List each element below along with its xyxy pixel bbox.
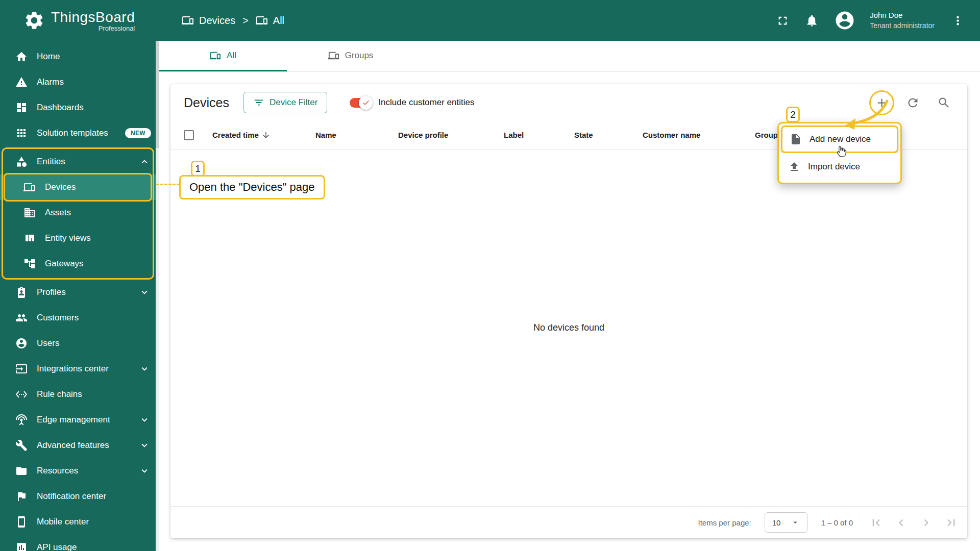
user-menu-button[interactable] (947, 10, 969, 32)
include-customer-entities-toggle[interactable]: Include customer entities (350, 97, 474, 108)
sidebar-item-profiles[interactable]: Profiles (0, 280, 159, 305)
fullscreen-button[interactable] (772, 10, 794, 32)
paginator: Items per page: 10 1 – 0 of 0 (170, 506, 967, 538)
sidebar-item-users[interactable]: Users (0, 331, 159, 356)
sidebar-item-gateways[interactable]: Gateways (0, 251, 159, 277)
annotation-step1-label: Open the "Devices" page (179, 175, 325, 199)
chevron-down-icon[interactable] (139, 287, 150, 298)
tab-groups[interactable]: Groups (287, 41, 414, 71)
chevron-down-icon[interactable] (139, 363, 150, 374)
user-avatar-button[interactable] (830, 6, 860, 35)
last-page-button[interactable] (941, 513, 961, 533)
sidebar-item-alarms[interactable]: Alarms (0, 69, 159, 95)
breadcrumb-devices-label: Devices (199, 15, 235, 27)
column-header-device-profile[interactable]: Device profile (398, 131, 504, 139)
column-header-label[interactable]: Label (504, 131, 574, 139)
chevron-up-icon[interactable] (139, 156, 150, 167)
chevron-down-icon[interactable] (139, 465, 150, 477)
chevron-down-icon[interactable] (139, 414, 150, 425)
sidebar-item-label: Solution templates (37, 128, 108, 138)
sidebar-item-resources[interactable]: Resources (0, 458, 159, 484)
breadcrumb-all[interactable]: All (256, 14, 284, 27)
column-header-customer-name[interactable]: Customer name (643, 131, 755, 139)
search-button[interactable] (934, 93, 954, 113)
breadcrumb-all-label: All (273, 15, 284, 27)
notifications-button[interactable] (801, 10, 823, 32)
menu-item-add-new-device[interactable]: Add new device (781, 126, 898, 153)
plus-icon (875, 96, 889, 110)
table-body: No devices found (170, 149, 967, 506)
sidebar-item-integrations-center[interactable]: Integrations center (0, 356, 159, 382)
column-label: Customer name (643, 131, 700, 139)
add-entity-wrap (872, 93, 892, 113)
folder-icon (15, 465, 28, 477)
previous-page-button[interactable] (891, 513, 911, 533)
breadcrumb-devices[interactable]: Devices (182, 14, 235, 27)
toggle-knob (359, 96, 373, 110)
column-header-state[interactable]: State (574, 131, 643, 139)
sidebar-item-entities[interactable]: Entities (0, 149, 159, 174)
sidebar-item-home[interactable]: Home (0, 44, 159, 69)
sidebar-item-devices[interactable]: Devices (0, 174, 159, 200)
sidebar-item-label: Mobile center (37, 517, 89, 527)
sidebar-item-label: Gateways (45, 259, 84, 269)
main-content: All Groups Devices Device Filter (159, 41, 980, 551)
devices-icon (328, 50, 339, 61)
ethernet-icon (15, 388, 28, 400)
sidebar-item-mobile-center[interactable]: Mobile center (0, 509, 159, 535)
menu-item-import-device[interactable]: Import device (781, 153, 898, 181)
sidebar-item-edge-management[interactable]: Edge management (0, 407, 159, 433)
badge-icon (15, 286, 28, 298)
devices-icon (182, 14, 194, 27)
add-entity-dropdown-menu: Add new device Import device (777, 122, 902, 184)
sidebar-item-label: Entity views (45, 233, 91, 243)
dropdown-arrow-icon (791, 518, 800, 527)
sidebar-item-assets[interactable]: Assets (0, 200, 159, 226)
sidebar-item-advanced-features[interactable]: Advanced features (0, 433, 159, 458)
add-device-button[interactable] (872, 93, 892, 113)
column-label: Device profile (398, 131, 448, 139)
device-filter-button[interactable]: Device Filter (243, 92, 327, 113)
toggle-label: Include customer entities (378, 97, 474, 108)
sidebar-item-label: Rule chains (37, 389, 82, 399)
sidebar-scrollbar[interactable] (156, 41, 159, 551)
warning-icon (15, 76, 28, 88)
sidebar-item-label: Integrations center (37, 364, 109, 374)
sidebar-item-label: Users (37, 338, 59, 348)
input-icon (15, 363, 28, 375)
sidebar-item-rule-chains[interactable]: Rule chains (0, 382, 159, 407)
sidebar-item-label: Dashboards (37, 103, 84, 113)
sidebar-scrollbar-thumb[interactable] (156, 41, 159, 148)
devices-icon (23, 181, 36, 193)
chevron-down-icon[interactable] (139, 440, 150, 451)
bell-icon (805, 14, 819, 28)
user-block: John Doe Tenant administrator (870, 10, 935, 30)
column-label: Created time (212, 131, 259, 139)
sidebar-item-notification-center[interactable]: Notification center (0, 484, 159, 509)
page-size-value: 10 (772, 518, 781, 527)
sidebar-item-label: Alarms (37, 77, 64, 87)
sidebar-item-api-usage[interactable]: API usage (0, 535, 159, 551)
sidebar: Home Alarms Dashboards Solution template… (0, 41, 159, 551)
person-icon (15, 337, 28, 349)
filter-icon (253, 97, 264, 108)
toggle-track[interactable] (350, 98, 371, 108)
page-size-select[interactable]: 10 (765, 512, 808, 533)
sidebar-nav: Home Alarms Dashboards Solution template… (0, 41, 159, 551)
sidebar-item-dashboards[interactable]: Dashboards (0, 95, 159, 120)
sidebar-item-customers[interactable]: Customers (0, 305, 159, 331)
check-icon (362, 98, 370, 107)
column-header-created-time[interactable]: Created time (212, 131, 315, 140)
tabs-bar: All Groups (159, 41, 980, 72)
flag-icon (15, 490, 28, 503)
select-all-checkbox[interactable] (184, 130, 194, 140)
tab-all[interactable]: All (159, 41, 287, 71)
first-page-button[interactable] (866, 513, 886, 533)
sidebar-item-entity-views[interactable]: Entity views (0, 226, 159, 251)
sidebar-item-solution-templates[interactable]: Solution templates NEW (0, 120, 159, 146)
column-header-name[interactable]: Name (315, 131, 398, 139)
next-page-button[interactable] (916, 513, 936, 533)
refresh-button[interactable] (903, 93, 923, 113)
app-logo[interactable]: ThingsBoard Professional (0, 9, 159, 32)
column-label: State (574, 131, 593, 139)
